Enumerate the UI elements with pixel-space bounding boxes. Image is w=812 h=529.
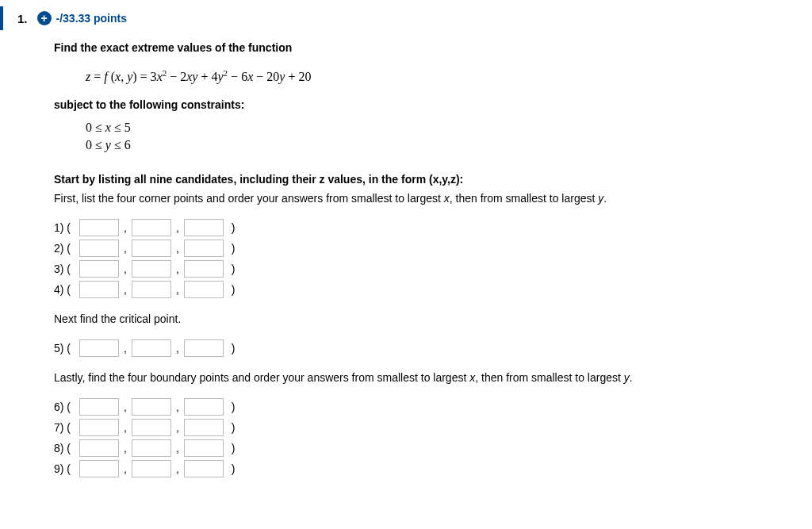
input-6-z[interactable] xyxy=(184,398,224,416)
comma: , xyxy=(171,283,184,296)
prompt-line-2: subject to the following constraints: xyxy=(54,98,796,111)
equation: z = f (x, y) = 3x2 − 2xy + 4y2 − 6x − 20… xyxy=(54,60,796,92)
close-paren: ) xyxy=(224,342,237,355)
prompt-line-5: Next find the critical point. xyxy=(54,312,796,325)
input-6-y[interactable] xyxy=(132,398,171,416)
comma: , xyxy=(119,263,132,275)
close-paren: ) xyxy=(224,242,237,255)
input-4-x[interactable] xyxy=(79,281,119,298)
prompt-line-3: Start by listing all nine candidates, in… xyxy=(54,173,796,186)
comma: , xyxy=(119,421,132,434)
answer-row-3: 3) ( , , ) xyxy=(54,260,796,278)
row-label: 2) ( xyxy=(54,242,79,255)
input-7-z[interactable] xyxy=(184,419,224,436)
constraint-2: 0 ≤ y ≤ 6 xyxy=(54,136,796,159)
input-9-y[interactable] xyxy=(132,460,171,477)
input-5-x[interactable] xyxy=(79,339,119,357)
row-label: 1) ( xyxy=(54,221,79,234)
input-6-x[interactable] xyxy=(79,398,119,416)
input-7-y[interactable] xyxy=(132,419,171,436)
close-paren: ) xyxy=(224,263,237,275)
question-body: Find the exact extreme values of the fun… xyxy=(0,41,812,477)
comma: , xyxy=(171,421,184,434)
comma: , xyxy=(119,401,132,413)
row-label: 8) ( xyxy=(54,442,79,454)
input-7-x[interactable] xyxy=(79,419,119,436)
comma: , xyxy=(171,342,184,355)
input-2-y[interactable] xyxy=(132,240,171,257)
plus-icon[interactable]: + xyxy=(37,11,52,25)
input-1-y[interactable] xyxy=(132,219,171,236)
row-label: 4) ( xyxy=(54,283,79,296)
close-paren: ) xyxy=(224,221,237,234)
comma: , xyxy=(171,221,184,234)
row-label: 7) ( xyxy=(54,421,79,434)
comma: , xyxy=(171,462,184,475)
close-paren: ) xyxy=(224,401,237,413)
comma: , xyxy=(171,263,184,275)
input-1-x[interactable] xyxy=(79,219,119,236)
row-label: 3) ( xyxy=(54,263,79,275)
input-3-y[interactable] xyxy=(132,260,171,278)
input-1-z[interactable] xyxy=(184,219,224,236)
answer-row-6: 6) ( , , ) xyxy=(54,398,796,416)
question-header: 1. + -/33.33 points xyxy=(0,6,812,30)
points-label: -/33.33 points xyxy=(56,12,127,25)
answer-row-1: 1) ( , , ) xyxy=(54,219,796,236)
input-8-y[interactable] xyxy=(132,439,171,457)
comma: , xyxy=(119,283,132,296)
input-2-z[interactable] xyxy=(184,240,224,257)
input-5-y[interactable] xyxy=(132,339,171,357)
answer-row-2: 2) ( , , ) xyxy=(54,240,796,257)
row-label: 5) ( xyxy=(54,342,79,355)
answer-row-5: 5) ( , , ) xyxy=(54,339,796,357)
comma: , xyxy=(119,442,132,454)
constraint-1: 0 ≤ x ≤ 5 xyxy=(54,117,796,136)
prompt-line-1: Find the exact extreme values of the fun… xyxy=(54,41,796,54)
input-4-z[interactable] xyxy=(184,281,224,298)
close-paren: ) xyxy=(224,462,237,475)
row-label: 6) ( xyxy=(54,401,79,413)
close-paren: ) xyxy=(224,421,237,434)
question-number: 1. xyxy=(17,12,28,25)
input-5-z[interactable] xyxy=(184,339,224,357)
comma: , xyxy=(171,401,184,413)
input-4-y[interactable] xyxy=(132,281,171,298)
input-3-z[interactable] xyxy=(184,260,224,278)
close-paren: ) xyxy=(224,283,237,296)
input-3-x[interactable] xyxy=(79,260,119,278)
input-9-x[interactable] xyxy=(79,460,119,477)
prompt-line-6: Lastly, find the four boundary points an… xyxy=(54,371,796,384)
comma: , xyxy=(171,442,184,454)
answer-row-4: 4) ( , , ) xyxy=(54,281,796,298)
input-9-z[interactable] xyxy=(184,460,224,477)
input-8-x[interactable] xyxy=(79,439,119,457)
comma: , xyxy=(119,342,132,355)
comma: , xyxy=(119,242,132,255)
answer-row-9: 9) ( , , ) xyxy=(54,460,796,477)
input-8-z[interactable] xyxy=(184,439,224,457)
comma: , xyxy=(119,462,132,475)
comma: , xyxy=(171,242,184,255)
input-2-x[interactable] xyxy=(79,240,119,257)
close-paren: ) xyxy=(224,442,237,454)
row-label: 9) ( xyxy=(54,462,79,475)
prompt-line-4: First, list the four corner points and o… xyxy=(54,192,796,205)
answer-row-7: 7) ( , , ) xyxy=(54,419,796,436)
answer-row-8: 8) ( , , ) xyxy=(54,439,796,457)
comma: , xyxy=(119,221,132,234)
